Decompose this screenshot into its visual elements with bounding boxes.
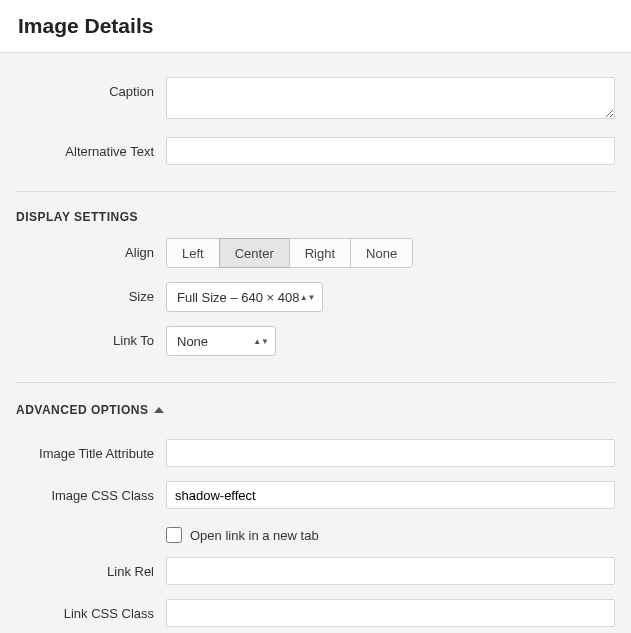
display-settings-heading: DISPLAY SETTINGS [16,210,615,224]
section-divider [16,382,615,383]
align-center-button[interactable]: Center [219,238,290,268]
field-row-caption: Caption [16,77,615,123]
field-row-align: Align Left Center Right None [16,238,615,268]
open-new-tab-checkbox[interactable] [166,527,182,543]
field-row-alt-text: Alternative Text [16,137,615,165]
align-none-button[interactable]: None [350,238,413,268]
select-arrows-icon: ▲▼ [300,295,316,300]
caption-textarea[interactable] [166,77,615,119]
link-rel-input[interactable] [166,557,615,585]
align-label: Align [16,238,166,260]
field-row-link-to: Link To None ▲▼ [16,326,615,356]
field-row-open-new-tab: Open link in a new tab [16,523,615,543]
size-label: Size [16,282,166,304]
link-to-label: Link To [16,326,166,348]
title-attr-input[interactable] [166,439,615,467]
alt-text-input[interactable] [166,137,615,165]
image-details-dialog: Image Details Caption Alternative Text D… [0,0,631,633]
link-rel-label: Link Rel [16,557,166,579]
link-to-select[interactable]: None ▲▼ [166,326,276,356]
size-select-value: Full Size – 640 × 408 [167,290,322,305]
empty-label [16,523,166,530]
open-new-tab-label: Open link in a new tab [190,528,319,543]
field-row-css-class: Image CSS Class [16,481,615,509]
select-arrows-icon: ▲▼ [253,339,269,344]
dialog-title: Image Details [18,14,613,38]
css-class-label: Image CSS Class [16,481,166,503]
collapse-arrow-icon [154,407,164,413]
link-to-select-value: None [167,334,230,349]
link-css-label: Link CSS Class [16,599,166,621]
css-class-input[interactable] [166,481,615,509]
caption-label: Caption [16,77,166,99]
field-row-title-attr: Image Title Attribute [16,439,615,467]
align-button-group: Left Center Right None [166,238,413,268]
dialog-header: Image Details [0,0,631,53]
align-right-button[interactable]: Right [289,238,351,268]
section-divider [16,191,615,192]
field-row-link-rel: Link Rel [16,557,615,585]
align-left-button[interactable]: Left [166,238,220,268]
link-css-input[interactable] [166,599,615,627]
advanced-options-label: ADVANCED OPTIONS [16,403,148,417]
title-attr-label: Image Title Attribute [16,439,166,461]
advanced-options-toggle[interactable]: ADVANCED OPTIONS [16,403,164,417]
field-row-link-css: Link CSS Class [16,599,615,627]
alt-text-label: Alternative Text [16,137,166,159]
dialog-body: Caption Alternative Text DISPLAY SETTING… [0,53,631,633]
size-select[interactable]: Full Size – 640 × 408 ▲▼ [166,282,323,312]
field-row-size: Size Full Size – 640 × 408 ▲▼ [16,282,615,312]
